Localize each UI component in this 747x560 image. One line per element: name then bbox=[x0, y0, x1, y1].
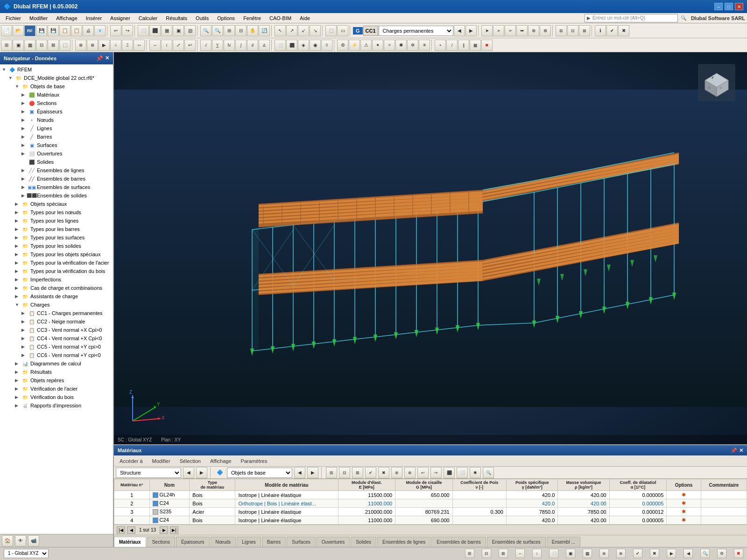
tb2-btn13[interactable]: ↔ bbox=[149, 40, 161, 51]
tab-affichage[interactable]: Affichage bbox=[206, 457, 235, 465]
tb2-line[interactable]: / bbox=[446, 40, 458, 51]
tb2-extra2[interactable]: ◉ bbox=[310, 40, 321, 51]
menu-cao-bim[interactable]: CAO-BIM bbox=[266, 14, 295, 22]
tb2-extra5[interactable]: ⚡ bbox=[349, 40, 360, 51]
expand-base[interactable]: ▼ bbox=[15, 84, 21, 89]
table-row[interactable]: 2 C24 Bois Orthotrope | Bois | Linéaire … bbox=[114, 499, 747, 508]
menu-affichage[interactable]: Affichage bbox=[52, 14, 81, 22]
tb2-btn6[interactable]: ⬚ bbox=[59, 40, 70, 51]
tb2-btn1[interactable]: ⊞ bbox=[1, 40, 12, 51]
tb-arrow3[interactable]: ➣ bbox=[505, 25, 516, 36]
tab-acceder[interactable]: Accéder à bbox=[116, 457, 147, 465]
tree-ens-surfaces[interactable]: ▶ ▣▣ Ensembles de surfaces bbox=[0, 183, 113, 191]
tree-special-objects[interactable]: ▶ 📁 Objets spéciaux bbox=[0, 200, 113, 208]
expand-special[interactable]: ▶ bbox=[15, 202, 21, 206]
tb-select3[interactable]: ▣ bbox=[173, 25, 184, 36]
tb2-btn4[interactable]: ⊟ bbox=[36, 40, 47, 51]
tb2-node[interactable]: • bbox=[435, 40, 446, 51]
tb2-view-front[interactable]: ⬛ bbox=[286, 40, 297, 51]
tb2-symbol6[interactable]: ∆ bbox=[259, 40, 270, 51]
tb-cross[interactable]: ✖ bbox=[618, 25, 629, 36]
tb2-btn15[interactable]: ⤢ bbox=[173, 40, 184, 51]
tree-surfaces[interactable]: ▶ ▣ Surfaces bbox=[0, 141, 113, 149]
tb2-extra4[interactable]: ⚙ bbox=[337, 40, 348, 51]
tb-redo[interactable]: ↪ bbox=[122, 25, 133, 36]
menu-inserer[interactable]: Insérer bbox=[82, 14, 106, 22]
tb-3d[interactable]: ⬚ bbox=[325, 25, 337, 36]
tb-wire[interactable]: ▭ bbox=[337, 25, 348, 36]
panel-pin-button[interactable]: 📌 bbox=[731, 448, 737, 454]
bottom-tab-ensembles_de_lignes[interactable]: Ensembles de lignes bbox=[377, 537, 430, 547]
tb-zoom-sel[interactable]: ⊟ bbox=[235, 25, 247, 36]
tree-types-nodes[interactable]: ▶ 📁 Types pour les nœuds bbox=[0, 208, 113, 217]
filter-btn2[interactable]: ⊟ bbox=[339, 467, 350, 478]
tb2-cross[interactable]: ✖ bbox=[481, 40, 493, 51]
tb-view4[interactable]: ↘ bbox=[310, 25, 321, 36]
view-cube[interactable]: -Y -X -Z bbox=[696, 62, 738, 104]
menu-fichier[interactable]: Fichier bbox=[2, 14, 25, 22]
expand-noeuds[interactable]: ▶ bbox=[21, 118, 28, 122]
bottom-tab-ensembles_de_surfaces[interactable]: Ensembles de surfaces bbox=[487, 537, 546, 547]
tb2-surface[interactable]: ▩ bbox=[470, 40, 481, 51]
nav-home-button[interactable]: 🏠 bbox=[2, 535, 13, 546]
tree-ens-barres[interactable]: ▶ ╱╱ Ensembles de barres bbox=[0, 175, 113, 183]
expand-epaisseurs[interactable]: ▶ bbox=[21, 109, 28, 114]
tb2-extra8[interactable]: ✧ bbox=[384, 40, 395, 51]
expand-types-bars[interactable]: ▶ bbox=[15, 227, 21, 231]
tb2-symbol2[interactable]: ∑ bbox=[212, 40, 223, 51]
tab-parametres[interactable]: Paramètres bbox=[237, 457, 271, 465]
expand-ens-surf[interactable]: ▶ bbox=[21, 185, 28, 189]
tb-save2[interactable]: 💾 bbox=[48, 25, 59, 36]
pg-prev[interactable]: ◀ bbox=[127, 526, 135, 534]
tb-select[interactable]: ⬛ bbox=[149, 25, 161, 36]
tb-select-all[interactable]: ⬜ bbox=[138, 25, 149, 36]
tb-btn8[interactable]: ▧ bbox=[184, 25, 196, 36]
pg-last[interactable]: ▶| bbox=[170, 526, 178, 534]
nav-close-button[interactable]: ✕ bbox=[105, 55, 109, 62]
filter-btn13[interactable]: 🔍 bbox=[483, 467, 494, 478]
tree-cc4[interactable]: ▶ 📋 CC4 - Vent normal +X Cpi<0 bbox=[0, 334, 113, 343]
tb2-symbol4[interactable]: ∫ bbox=[235, 40, 247, 51]
tree-load-assistants[interactable]: ▶ 📁 Assistants de charge bbox=[0, 292, 113, 301]
sb-btn6[interactable]: ⬜ bbox=[549, 549, 558, 558]
tb-info[interactable]: ℹ bbox=[595, 25, 606, 36]
tree-lignes[interactable]: ▶ ╱ Lignes bbox=[0, 124, 113, 133]
tree-types-lines[interactable]: ▶ 📁 Types pour les lignes bbox=[0, 217, 113, 225]
tab-modifier[interactable]: Modifier bbox=[148, 457, 174, 465]
tb2-extra11[interactable]: ✳ bbox=[419, 40, 430, 51]
expand-surfaces[interactable]: ▶ bbox=[21, 143, 28, 147]
tb2-btn8[interactable]: ⊗ bbox=[87, 40, 98, 51]
expand-ref[interactable]: ▶ bbox=[15, 378, 21, 383]
sb-btn9[interactable]: ⊕ bbox=[599, 549, 609, 558]
menu-aide[interactable]: Aide bbox=[296, 14, 314, 22]
sb-btn3[interactable]: ⊠ bbox=[499, 549, 508, 558]
filter-btn12[interactable]: ✱ bbox=[470, 467, 481, 478]
tb2-btn12[interactable]: ⑅ bbox=[134, 40, 145, 51]
bottom-tab-lignes[interactable]: Lignes bbox=[237, 537, 261, 547]
bottom-tab-nuds[interactable]: Nœuds bbox=[211, 537, 236, 547]
expand-types-nodes[interactable]: ▶ bbox=[15, 210, 21, 215]
expand-rfem[interactable]: ▼ bbox=[2, 67, 8, 72]
filter-prev-button[interactable]: ◀ bbox=[183, 467, 194, 478]
tb-new[interactable]: 📄 bbox=[1, 25, 12, 36]
expand-ens-lignes[interactable]: ▶ bbox=[21, 168, 28, 173]
tb-pan[interactable]: ✋ bbox=[247, 25, 258, 36]
bottom-tab-ensembles_de_barres[interactable]: Ensembles de barres bbox=[431, 537, 486, 547]
tb-open[interactable]: 📂 bbox=[13, 25, 24, 36]
expand-wood[interactable]: ▶ bbox=[15, 395, 21, 399]
expand-types-surf[interactable]: ▶ bbox=[15, 235, 21, 240]
sb-btn7[interactable]: ▣ bbox=[566, 549, 575, 558]
tree-types-wood[interactable]: ▶ 📁 Types pour la vérification du bois bbox=[0, 267, 113, 275]
tree-load-cases[interactable]: ▶ 📁 Cas de charge et combinaisons bbox=[0, 284, 113, 292]
tree-results[interactable]: ▶ 📁 Résultats bbox=[0, 368, 113, 376]
bottom-tab-surfaces[interactable]: Surfaces bbox=[287, 537, 315, 547]
tb-view1[interactable]: ↖ bbox=[275, 25, 286, 36]
filter-structure-dropdown[interactable]: Structure bbox=[116, 468, 181, 478]
filter-base-prev[interactable]: ◀ bbox=[294, 467, 305, 478]
tb2-btn14[interactable]: ↕ bbox=[161, 40, 172, 51]
filter-next-button[interactable]: ▶ bbox=[196, 467, 207, 478]
tb2-btn16[interactable]: ↩ bbox=[184, 40, 196, 51]
tree-print[interactable]: ▶ 🖨 Rapports d'impression bbox=[0, 401, 113, 410]
sb-btn14[interactable]: ◀ bbox=[684, 549, 693, 558]
tb-select2[interactable]: ▦ bbox=[161, 25, 172, 36]
